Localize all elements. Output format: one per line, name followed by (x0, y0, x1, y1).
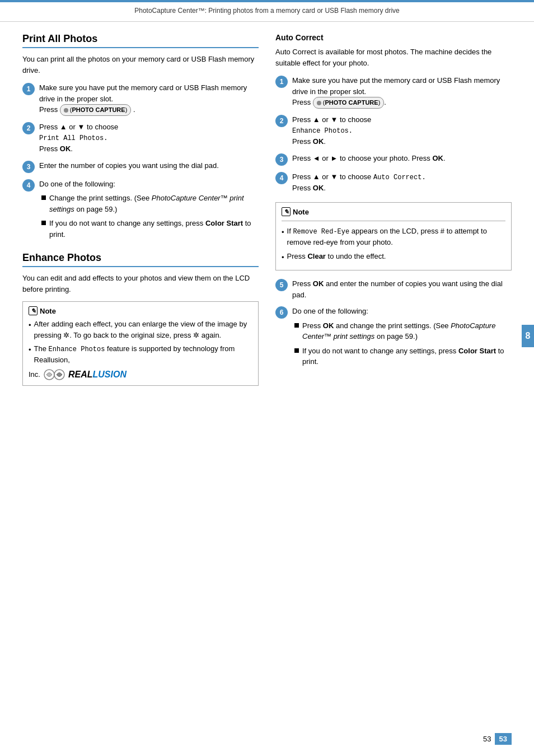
auto-correct-intro: Auto Correct is available for most photo… (275, 46, 512, 68)
page-header: PhotoCapture Center™: Printing photos fr… (0, 2, 534, 22)
auto-correct-title: Auto Correct (275, 33, 512, 42)
chapter-tab: 8 (522, 325, 534, 347)
auto-correct-steps-2: 5 Press OK and enter the number of copie… (275, 278, 512, 371)
ac-note-title: ✎ Note (282, 207, 505, 216)
ac-step-2-content: Press ▲ or ▼ to choose Enhance Photos. P… (292, 114, 512, 147)
ac-note-2: • Press Clear to undo the effect. (282, 251, 505, 263)
step-2-content: Press ▲ or ▼ to choose Print All Photos.… (39, 122, 259, 155)
ac-step-1-content: Make sure you have put the memory card o… (292, 75, 512, 109)
header-text: PhotoCapture Center™: Printing photos fr… (134, 7, 400, 15)
enhance-note-1: • After adding each effect, you can enla… (29, 319, 252, 340)
ac-step-4-content: Press ▲ or ▼ to choose Auto Correct. Pre… (292, 171, 512, 194)
ac-bullet-1: Press OK and change the print settings. … (294, 320, 512, 342)
reallusion-text: REALLUSION (68, 370, 127, 380)
btn-dot-2 (317, 101, 321, 105)
ac-step-4: 4 Press ▲ or ▼ to choose Auto Correct. P… (275, 171, 512, 194)
chapter-tab-wrapper: 8 (522, 325, 534, 347)
ac-note-box: ✎ Note • If Remove Red-Eye appears on th… (275, 202, 512, 270)
ac-step-number-5: 5 (275, 279, 288, 291)
step-number-4: 4 (22, 179, 35, 192)
enhance-note-1-text: After adding each effect, you can enlarg… (34, 319, 252, 340)
note-icon: ✎ (29, 306, 38, 315)
page-number-area: 53 53 (483, 733, 512, 745)
step-1-press: Press (39, 105, 60, 114)
ac-note-bullets: • If Remove Red-Eye appears on the LCD, … (282, 226, 505, 263)
left-column: Print All Photos You can print all the p… (22, 33, 259, 394)
right-column: Auto Correct Auto Correct is available f… (275, 33, 512, 394)
note-divider (282, 221, 505, 221)
ac-step-5: 5 Press OK and enter the number of copie… (275, 278, 512, 300)
print-all-intro: You can print all the photos on your mem… (22, 54, 259, 76)
page-number: 53 (483, 735, 491, 743)
ac-step-6: 6 Do one of the following: Press OK and … (275, 306, 512, 371)
ac-bullet-2: If you do not want to change any setting… (294, 346, 512, 367)
step-3: 3 Enter the number of copies you want us… (22, 160, 259, 173)
enhance-note-box: ✎ Note • After adding each effect, you c… (22, 301, 259, 386)
enhance-photos-section: Enhance Photos You can edit and add effe… (22, 252, 259, 386)
bullet-square-1 (41, 195, 46, 200)
step-2-mono: Print All Photos. (39, 134, 107, 142)
print-all-section: Print All Photos You can print all the p… (22, 33, 259, 243)
bullet-square-2 (41, 221, 46, 225)
enhance-note-bullets: • After adding each effect, you can enla… (29, 319, 252, 366)
step-number-2: 2 (22, 122, 35, 134)
step-4-content: Do one of the following: Change the prin… (39, 179, 259, 244)
step-1: 1 Make sure you have put the memory card… (22, 82, 259, 116)
bullet-1-text: Change the print settings. (See PhotoCap… (49, 193, 259, 214)
step-4-bullets: Change the print settings. (See PhotoCap… (41, 193, 259, 240)
enhance-note-2-text: The Enhance Photos feature is supported … (34, 343, 252, 366)
inc-label: Inc. (29, 370, 40, 379)
step-number-1: 1 (22, 83, 35, 95)
page-container: PhotoCapture Center™: Printing photos fr… (0, 0, 534, 756)
ac-bullet-1-text: Press OK and change the print settings. … (302, 320, 512, 342)
step-1-end: . (133, 105, 135, 114)
ac-step-number-4: 4 (275, 172, 288, 184)
step-2: 2 Press ▲ or ▼ to choose Print All Photo… (22, 122, 259, 155)
enhance-note-2: • The Enhance Photos feature is supporte… (29, 343, 252, 366)
enhance-intro: You can edit and add effects to your pho… (22, 273, 259, 295)
photo-capture-btn-1: (PHOTO CAPTURE) (60, 104, 131, 116)
photo-capture-btn-2: (PHOTO CAPTURE) (313, 97, 384, 109)
ac-note-1: • If Remove Red-Eye appears on the LCD, … (282, 226, 505, 248)
ac-step-2: 2 Press ▲ or ▼ to choose Enhance Photos.… (275, 114, 512, 147)
print-all-steps: 1 Make sure you have put the memory card… (22, 82, 259, 243)
ac-step-6-bullets: Press OK and change the print settings. … (294, 320, 512, 367)
ac-note-1-text: If Remove Red-Eye appears on the LCD, pr… (287, 226, 505, 248)
page-number-box: 53 (495, 733, 512, 745)
ac-step-6-content: Do one of the following: Press OK and ch… (292, 306, 512, 371)
auto-correct-section: Auto Correct Auto Correct is available f… (275, 33, 512, 371)
step-3-content: Enter the number of copies you want usin… (39, 160, 259, 171)
bullet-2-text: If you do not want to change any setting… (49, 218, 259, 240)
ac-bullet-square-2 (294, 348, 299, 353)
ac-step-3-content: Press ◄ or ► to choose your photo. Press… (292, 153, 512, 164)
print-all-title: Print All Photos (22, 33, 259, 48)
ac-step-number-6: 6 (275, 306, 288, 319)
ac-step-number-2: 2 (275, 115, 288, 127)
btn-dot (64, 108, 68, 113)
bullet-2: If you do not want to change any setting… (41, 218, 259, 240)
btn-label-1: (PHOTO CAPTURE) (70, 105, 127, 115)
ac-step-number-3: 3 (275, 153, 288, 166)
content-area: Print All Photos You can print all the p… (0, 22, 534, 405)
step-number-3: 3 (22, 161, 35, 173)
btn-label-2: (PHOTO CAPTURE) (323, 98, 380, 108)
bullet-1: Change the print settings. (See PhotoCap… (41, 193, 259, 214)
enhance-title: Enhance Photos (22, 252, 259, 267)
step-1-text: Make sure you have put the memory card o… (39, 83, 247, 103)
ac-step-number-1: 1 (275, 76, 288, 88)
enhance-note-title: ✎ Note (29, 306, 252, 315)
ac-bullet-square-1 (294, 323, 299, 328)
step-4: 4 Do one of the following: Change the pr… (22, 179, 259, 244)
ac-bullet-2-text: If you do not want to change any setting… (302, 346, 512, 367)
auto-correct-steps: 1 Make sure you have put the memory card… (275, 75, 512, 193)
ac-note-2-text: Press Clear to undo the effect. (287, 251, 386, 262)
ac-step-1: 1 Make sure you have put the memory card… (275, 75, 512, 109)
ac-step-2-mono: Enhance Photos. (292, 127, 353, 135)
ac-step-3: 3 Press ◄ or ► to choose your photo. Pre… (275, 153, 512, 166)
reallusion-area: Inc. REALLUSION (29, 368, 252, 381)
reallusion-logo-svg (44, 368, 65, 381)
ac-note-icon: ✎ (282, 207, 291, 216)
ac-step-5-content: Press OK and enter the number of copies … (292, 278, 512, 300)
note-label: Note (40, 307, 56, 315)
ac-note-label: Note (293, 208, 309, 216)
